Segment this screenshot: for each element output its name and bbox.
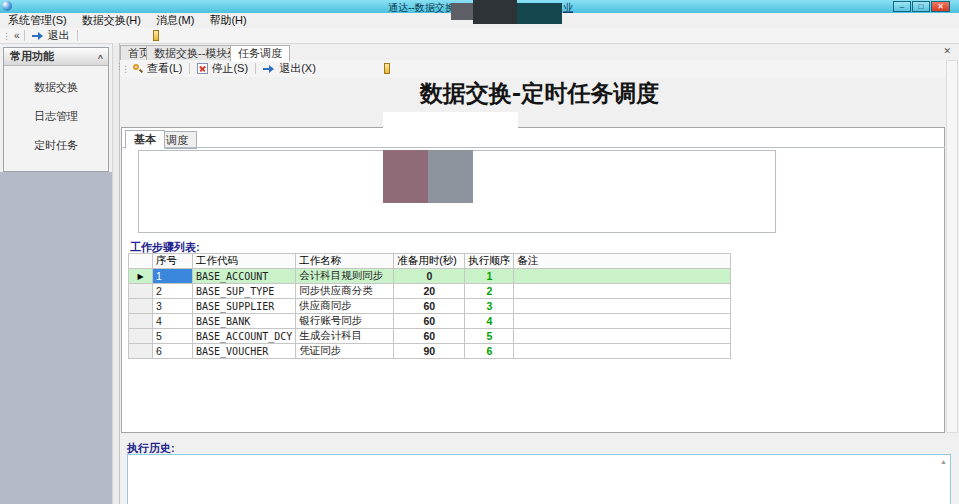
history-textarea[interactable]: ▲ (127, 454, 951, 504)
close-button[interactable]: ✕ (931, 1, 950, 12)
row-selector-cell (129, 344, 153, 359)
cell-remark[interactable] (514, 284, 731, 299)
redaction-block (451, 3, 473, 20)
cell-prep[interactable]: 90 (394, 344, 465, 359)
cell-name[interactable]: 银行账号同步 (296, 314, 394, 329)
cell-order[interactable]: 5 (465, 329, 514, 344)
cell-remark[interactable] (514, 299, 731, 314)
table-row[interactable]: 3 BASE_SUPPLIER 供应商同步 60 3 (129, 299, 731, 314)
cell-code[interactable]: BASE_SUP_TYPE (193, 284, 296, 299)
cell-code[interactable]: BASE_ACCOUNT (193, 269, 296, 284)
menu-item-system[interactable]: 系统管理(S) (8, 13, 67, 28)
cell-code[interactable]: BASE_VOUCHER (193, 344, 296, 359)
redaction-block (383, 150, 428, 203)
top-toolbar: ⋮ « 退出 (0, 28, 959, 44)
collapse-sidebar-icon[interactable]: « (14, 30, 20, 41)
cell-no[interactable]: 2 (153, 284, 193, 299)
panel-collapse-icon[interactable]: ^ (98, 50, 103, 66)
sidebar-header[interactable]: 常用功能 ^ (4, 48, 108, 66)
cell-prep[interactable]: 60 (394, 314, 465, 329)
cell-code[interactable]: BASE_SUPPLIER (193, 299, 296, 314)
page-exit-button[interactable]: 退出(X) (260, 61, 319, 76)
cell-prep[interactable]: 0 (394, 269, 465, 284)
sidebar-background (0, 172, 112, 504)
cell-name[interactable]: 同步供应商分类 (296, 284, 394, 299)
scroll-up-icon[interactable]: ▲ (940, 458, 947, 465)
magnifier-icon (132, 63, 144, 75)
col-header-name[interactable]: 工作名称 (296, 254, 394, 269)
cell-remark[interactable] (514, 329, 731, 344)
row-selector-cell (129, 314, 153, 329)
document-tabstrip: 首页 数据交换--模块列表 任务调度 ✕ (120, 44, 959, 61)
col-header-remark[interactable]: 备注 (514, 254, 731, 269)
cell-name[interactable]: 会计科目规则同步 (296, 269, 394, 284)
cell-code[interactable]: BASE_ACCOUNT_DCY (193, 329, 296, 344)
exit-button[interactable]: 退出 (29, 28, 73, 43)
tab-rule (121, 147, 945, 148)
cell-order[interactable]: 3 (465, 299, 514, 314)
maximize-button[interactable]: □ (912, 1, 930, 12)
stop-button[interactable]: 停止(S) (194, 61, 251, 76)
stop-button-label: 停止(S) (211, 61, 248, 76)
cell-order[interactable]: 1 (465, 269, 514, 284)
menu-item-exchange[interactable]: 数据交换(H) (82, 13, 141, 28)
menu-item-message[interactable]: 消息(M) (156, 13, 195, 28)
cell-prep[interactable]: 20 (394, 284, 465, 299)
minimize-button[interactable]: – (893, 1, 911, 12)
stop-icon (197, 63, 208, 74)
cell-name[interactable]: 生成会计科目 (296, 329, 394, 344)
application-window: 通达--数据交换平 业 – □ ✕ 系统管理(S) 数据交换(H) 消息(M) … (0, 0, 959, 504)
cell-no[interactable]: 4 (153, 314, 193, 329)
cell-name[interactable]: 供应商同步 (296, 299, 394, 314)
redaction-block (517, 3, 562, 24)
page-toolbar: ⋮ 查看(L) 停止(S) 退出(X) (120, 60, 959, 77)
page-exit-button-label: 退出(X) (279, 61, 316, 76)
toolbar-grip-icon: ⋮ (121, 64, 129, 74)
steps-table: 序号 工作代码 工作名称 准备用时(秒) 执行顺序 备注 ▶ 1 BASE_AC… (128, 253, 731, 359)
row-selector-cell (129, 329, 153, 344)
row-selector-cell (129, 299, 153, 314)
app-icon (2, 1, 12, 11)
toolbar-separator (77, 30, 78, 41)
tab-close-icon[interactable]: ✕ (943, 46, 951, 56)
cell-remark[interactable] (514, 314, 731, 329)
cell-no[interactable]: 3 (153, 299, 193, 314)
redaction-block (428, 150, 473, 203)
table-row[interactable]: 4 BASE_BANK 银行账号同步 60 4 (129, 314, 731, 329)
cell-name[interactable]: 凭证同步 (296, 344, 394, 359)
tab-task-schedule[interactable]: 任务调度 (230, 45, 290, 62)
cell-no[interactable]: 5 (153, 329, 193, 344)
selector-header-cell (129, 254, 153, 269)
col-header-order[interactable]: 执行顺序 (465, 254, 514, 269)
exit-button-label: 退出 (48, 28, 70, 43)
splitter-handle[interactable]: ⋮ (112, 43, 120, 504)
table-row[interactable]: ▶ 1 BASE_ACCOUNT 会计科目规则同步 0 1 (129, 269, 731, 284)
menu-item-help[interactable]: 帮助(H) (209, 13, 246, 28)
cell-order[interactable]: 4 (465, 314, 514, 329)
cell-prep[interactable]: 60 (394, 329, 465, 344)
sidebar-item-log-manage[interactable]: 日志管理 (4, 109, 108, 124)
table-row[interactable]: 6 BASE_VOUCHER 凭证同步 90 6 (129, 344, 731, 359)
col-header-code[interactable]: 工作代码 (193, 254, 296, 269)
view-button[interactable]: 查看(L) (129, 61, 185, 76)
sidebar-item-data-exchange[interactable]: 数据交换 (4, 80, 108, 95)
splitter-dots-icon: ⋮ (115, 65, 117, 68)
cell-code[interactable]: BASE_BANK (193, 314, 296, 329)
cell-no[interactable]: 6 (153, 344, 193, 359)
toolbar-separator (189, 63, 190, 74)
cell-order[interactable]: 2 (465, 284, 514, 299)
cell-order[interactable]: 6 (465, 344, 514, 359)
tab-basic[interactable]: 基本 (125, 130, 165, 149)
col-header-prep[interactable]: 准备用时(秒) (394, 254, 465, 269)
table-row[interactable]: 2 BASE_SUP_TYPE 同步供应商分类 20 2 (129, 284, 731, 299)
toolbar-grip-icon: ⋮ (2, 31, 10, 41)
cell-prep[interactable]: 60 (394, 299, 465, 314)
cell-remark[interactable] (514, 344, 731, 359)
table-row[interactable]: 5 BASE_ACCOUNT_DCY 生成会计科目 60 5 (129, 329, 731, 344)
exit-door-icon (32, 30, 45, 42)
vertical-scrollbar[interactable] (946, 60, 958, 433)
col-header-no[interactable]: 序号 (153, 254, 193, 269)
sidebar-item-timed-task[interactable]: 定时任务 (4, 138, 108, 153)
cell-remark[interactable] (514, 269, 731, 284)
cell-no[interactable]: 1 (153, 269, 193, 284)
